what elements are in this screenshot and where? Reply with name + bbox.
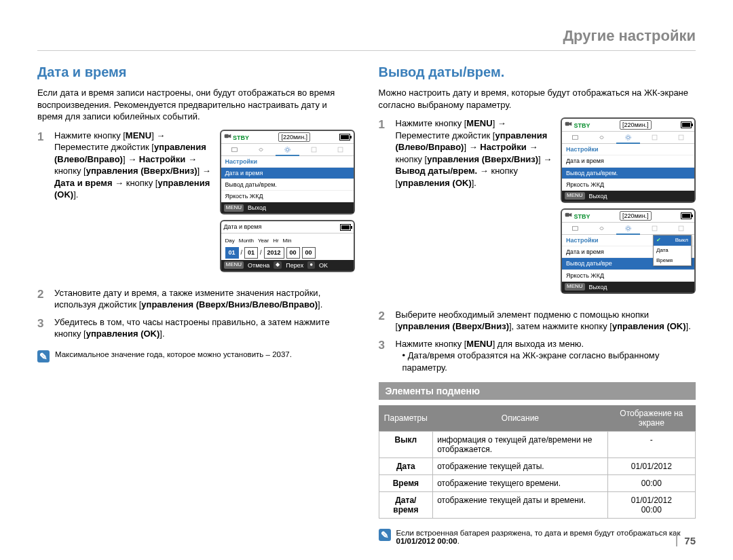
table-cell: - bbox=[607, 431, 695, 458]
table-row: Дата/время отображение текущей даты и вр… bbox=[379, 491, 696, 518]
svg-point-2 bbox=[286, 148, 288, 151]
table-cell: Выкл bbox=[379, 431, 433, 458]
svg-rect-1 bbox=[231, 148, 237, 152]
lcd-mock-popup: STBY [220мин.] bbox=[561, 208, 696, 294]
step-text: Нажмите кнопку [ bbox=[54, 130, 126, 141]
col-label: Year bbox=[258, 238, 269, 245]
step-text: ] → bbox=[198, 166, 211, 176]
cancel-label: Отмена bbox=[248, 261, 269, 269]
step-number: 3 bbox=[379, 338, 389, 374]
svg-rect-16 bbox=[652, 226, 657, 231]
move-icon: ◆ bbox=[274, 261, 282, 269]
step-text: ]. bbox=[73, 189, 78, 200]
step-text: ] для выхода из меню. bbox=[493, 339, 584, 349]
stby-label: STBY bbox=[574, 122, 590, 129]
emph: управления (OK) bbox=[612, 321, 686, 331]
svg-point-3 bbox=[284, 147, 290, 153]
emph: управления (OK) bbox=[398, 178, 472, 188]
emph: MENU bbox=[126, 130, 151, 141]
step-text: ]. bbox=[472, 178, 476, 188]
tab-icon bbox=[651, 225, 658, 232]
menu-chip: MENU bbox=[565, 192, 585, 200]
ok-label: OK bbox=[319, 261, 328, 269]
left-column: Дата и время Если дата и время записи на… bbox=[37, 64, 355, 545]
camcorder-icon bbox=[224, 132, 231, 140]
battery-icon bbox=[681, 212, 692, 219]
svg-rect-6 bbox=[565, 122, 569, 126]
svg-rect-4 bbox=[312, 147, 316, 152]
table-cell: отображение текущей даты и времени. bbox=[433, 491, 608, 518]
stby-label: STBY bbox=[574, 213, 590, 220]
lcd-mock-date-entry: Дата и время Day Month Year Hr bbox=[220, 220, 355, 272]
menu-chip: MENU bbox=[224, 261, 244, 269]
table-cell: 01/01/2012 00:00 bbox=[607, 491, 695, 518]
battery-icon bbox=[339, 134, 350, 141]
step-text: ] → bbox=[538, 154, 552, 164]
table-row: Время отображение текущего времени. 00:0… bbox=[379, 474, 696, 491]
emph: 01/01/2012 00:00 bbox=[396, 537, 457, 545]
table-cell: 01/01/2012 bbox=[607, 458, 695, 474]
svg-point-8 bbox=[626, 136, 629, 139]
table-cell: Время bbox=[379, 474, 433, 491]
step-number: 2 bbox=[37, 287, 48, 311]
lcd-list-item: Вывод даты/врем. bbox=[562, 168, 694, 179]
section-title-date-display: Вывод даты/врем. bbox=[379, 64, 696, 80]
footnote-text: Если встроенная батарея разряжена, то да… bbox=[396, 529, 681, 537]
lcd-list-item: Дата и время bbox=[562, 155, 694, 167]
lcd-list-item: Яркость ЖКД bbox=[221, 191, 354, 202]
tab-icon bbox=[310, 146, 318, 153]
section-title-date-time: Дата и время bbox=[37, 64, 355, 80]
note-icon: ✎ bbox=[37, 350, 50, 362]
submenu-heading: Элементы подменю bbox=[379, 382, 696, 400]
lcd-list-item: Яркость ЖКД bbox=[562, 179, 694, 191]
hand-icon bbox=[257, 146, 265, 153]
svg-point-15 bbox=[626, 226, 631, 231]
popup-item: Выкл bbox=[675, 237, 688, 244]
table-header: Параметры bbox=[379, 405, 433, 432]
emph: MENU bbox=[466, 118, 492, 128]
table-cell: 00:00 bbox=[607, 474, 695, 491]
exit-label: Выход bbox=[589, 283, 607, 291]
step-text: ]. bbox=[686, 321, 691, 331]
emph: Дата и время bbox=[54, 178, 113, 188]
tab-icon bbox=[651, 134, 658, 141]
intro-right: Можно настроить дату и время, которые бу… bbox=[379, 87, 696, 111]
lcd-list-item: Вывод даты/врем. bbox=[221, 179, 354, 191]
step-number: 3 bbox=[37, 316, 48, 340]
tab-icon bbox=[571, 225, 579, 232]
lcd-mock-settings-2: STBY [220мин.] bbox=[561, 117, 696, 203]
camcorder-icon bbox=[565, 211, 572, 219]
step-text: ], затем нажмите кнопку [ bbox=[509, 321, 612, 331]
date-year-box: 2012 bbox=[264, 247, 284, 258]
emph: управления (Вверх/Вниз) bbox=[86, 166, 198, 176]
step-number: 1 bbox=[37, 130, 48, 282]
step-text: ]. bbox=[159, 329, 164, 339]
col-label: Month bbox=[239, 238, 254, 245]
svg-point-14 bbox=[626, 227, 629, 230]
date-month-box: 01 bbox=[244, 247, 258, 258]
footnote: Если встроенная батарея разряжена, то да… bbox=[396, 529, 696, 545]
lcd-list-header: Настройки bbox=[221, 156, 354, 168]
gear-icon bbox=[284, 146, 291, 153]
tab-icon bbox=[677, 134, 685, 141]
step-bullet: Дата/время отобразятся на ЖК-экране согл… bbox=[402, 350, 660, 373]
lcd-popup: ✔Выкл Дата Время bbox=[653, 235, 692, 266]
note-text: Максимальное значение года, которое можн… bbox=[55, 350, 355, 362]
rec-time-remaining: [220мин.] bbox=[620, 120, 652, 130]
page-number: 75 bbox=[676, 535, 696, 546]
svg-point-9 bbox=[626, 135, 631, 141]
exit-label: Выход bbox=[248, 204, 266, 212]
menu-chip: MENU bbox=[565, 283, 585, 291]
submenu-table: Параметры Описание Отображение на экране… bbox=[379, 405, 696, 519]
hand-icon bbox=[598, 225, 605, 232]
rec-time-remaining: [220мин.] bbox=[278, 132, 310, 142]
step-text: ]. bbox=[318, 299, 322, 310]
tab-icon bbox=[677, 225, 685, 232]
svg-rect-13 bbox=[572, 227, 578, 231]
lcd-list-item: Дата и время bbox=[221, 168, 354, 179]
emph: управления (OK) bbox=[86, 329, 160, 339]
emph: управления (Вверх/Вниз) bbox=[398, 321, 509, 331]
table-row: Дата отображение текущей даты. 01/01/201… bbox=[379, 458, 696, 474]
svg-rect-11 bbox=[679, 135, 683, 140]
emph: управления (Вверх/Вниз/Влево/Вправо) bbox=[141, 299, 318, 310]
